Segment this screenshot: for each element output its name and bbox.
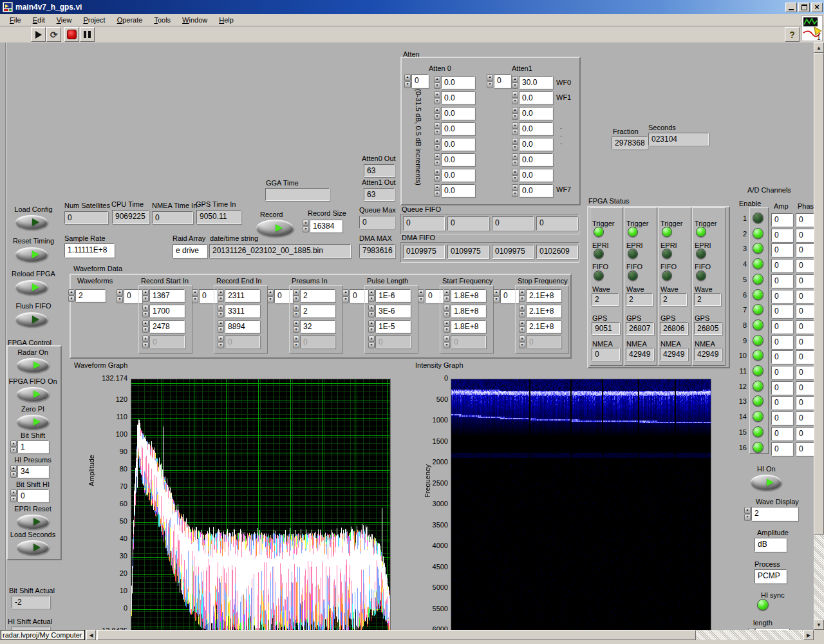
increment-icon[interactable]: ▲ [368,320,375,327]
atten0-value[interactable]: ▲▼0.0 [434,184,475,197]
increment-icon[interactable]: ▲ [293,320,299,327]
button-reset-timing[interactable] [15,247,48,261]
menu-edit[interactable]: Edit [27,15,51,25]
enable-led[interactable] [753,319,763,330]
increment-icon[interactable]: ▲ [512,122,518,129]
minimize-button[interactable] [785,3,797,12]
enable-led[interactable] [753,442,763,453]
increment-icon[interactable]: ▲ [10,465,17,471]
wfd-value-value[interactable]: 0 [149,336,185,348]
decrement-icon[interactable]: ▼ [512,129,518,135]
button-epri-reset[interactable] [17,515,49,529]
increment-icon[interactable]: ▲ [512,107,518,113]
increment-icon[interactable]: ▲ [434,138,440,144]
wfd-value[interactable]: ▲▼32 [293,320,335,333]
decrement-icon[interactable]: ▼ [142,296,149,302]
atten1-value-value[interactable]: 0.0 [519,138,553,151]
increment-icon[interactable]: ▲ [434,122,440,129]
vertical-scrollbar[interactable]: ▲ ▼ [814,43,824,630]
atten0-value[interactable]: ▲▼0.0 [434,91,475,104]
atten1-value[interactable]: ▲▼0.0 [512,91,553,104]
decrement-icon[interactable]: ▼ [218,327,224,333]
decrement-icon[interactable]: ▼ [293,342,299,348]
phase-input[interactable]: 0 [796,274,814,288]
decrement-icon[interactable]: ▼ [218,342,224,348]
increment-icon[interactable]: ▲ [267,289,274,296]
phase-input[interactable]: 0 [796,427,814,440]
amp-input[interactable]: 0 [771,274,793,288]
wfd-value[interactable]: ▲▼1.8E+8 [444,305,486,317]
decrement-icon[interactable]: ▼ [512,191,518,197]
atten0-index-value[interactable]: 0 [411,74,429,88]
decrement-icon[interactable]: ▼ [519,296,525,302]
atten1-value-value[interactable]: 0.0 [519,184,553,197]
increment-icon[interactable]: ▲ [404,74,411,81]
increment-icon[interactable]: ▲ [434,169,440,175]
decrement-icon[interactable]: ▼ [142,327,149,333]
increment-icon[interactable]: ▲ [512,138,518,144]
decrement-icon[interactable]: ▼ [418,296,424,303]
increment-icon[interactable]: ▲ [418,289,424,296]
wfd-value[interactable]: ▲▼0 [519,336,561,348]
atten1-value[interactable]: ▲▼0.0 [512,153,553,166]
decrement-icon[interactable]: ▼ [142,342,149,348]
wfd-value[interactable]: ▲▼3311 [218,305,260,317]
decrement-icon[interactable]: ▼ [293,296,299,302]
amp-input[interactable]: 0 [771,366,793,379]
decrement-icon[interactable]: ▼ [434,129,440,135]
abort-button[interactable] [64,27,79,42]
increment-icon[interactable]: ▲ [293,289,299,296]
wfd-value-value[interactable]: 3311 [225,305,260,317]
increment-icon[interactable]: ▲ [368,336,375,342]
increment-icon[interactable]: ▲ [342,289,349,296]
decrement-icon[interactable]: ▼ [368,311,375,317]
decrement-icon[interactable]: ▼ [342,296,349,303]
decrement-icon[interactable]: ▼ [744,514,751,521]
increment-icon[interactable]: ▲ [142,305,149,311]
increment-icon[interactable]: ▲ [512,169,518,175]
atten1-value-value[interactable]: 0.0 [519,153,553,166]
restore-button[interactable] [798,3,810,12]
decrement-icon[interactable]: ▼ [444,296,450,302]
horizontal-scroll-thumb[interactable] [97,630,696,640]
wfd-value[interactable]: ▲▼2.1E+8 [519,289,561,302]
wfd-value-value[interactable]: 2.1E+8 [526,305,561,317]
menu-operate[interactable]: Operate [111,15,149,25]
input-bit-shift-value[interactable]: 1 [17,440,49,453]
increment-icon[interactable]: ▲ [293,305,299,311]
phase-input[interactable]: 0 [796,412,814,425]
run-button[interactable] [31,27,46,42]
enable-led[interactable] [753,258,763,269]
wfd-value-value[interactable]: 2311 [225,289,260,302]
record-size-input-value[interactable]: 16384 [310,220,342,232]
decrement-icon[interactable]: ▼ [68,296,75,302]
wave-display-input[interactable]: ▲▼2 [744,507,798,521]
wfd-value-value[interactable]: 32 [300,320,335,333]
atten0-value-value[interactable]: 0.0 [441,91,475,104]
decrement-icon[interactable]: ▼ [434,82,440,89]
run-continuous-button[interactable]: ⟳ [46,27,61,42]
input-hi-presums[interactable]: ▲▼34 [10,465,49,478]
increment-icon[interactable]: ▲ [368,305,375,311]
wfd-value-value[interactable]: 1E-6 [375,289,411,302]
menu-window[interactable]: Window [176,15,213,25]
increment-icon[interactable]: ▲ [744,507,751,514]
record-size-input[interactable]: ▲▼16384 [303,220,342,232]
decrement-icon[interactable]: ▼ [434,175,440,182]
decrement-icon[interactable]: ▼ [512,160,518,166]
wfd-value[interactable]: ▲▼8894 [218,320,260,333]
increment-icon[interactable]: ▲ [434,91,440,98]
wfd-value-value[interactable]: 2 [300,289,335,302]
decrement-icon[interactable]: ▼ [444,342,450,348]
increment-icon[interactable]: ▲ [10,440,17,447]
atten1-value[interactable]: ▲▼0.0 [512,138,553,151]
atten1-value-value[interactable]: 30.0 [519,76,553,89]
enable-led[interactable] [753,365,763,376]
atten0-value-value[interactable]: 0.0 [441,107,475,120]
decrement-icon[interactable]: ▼ [368,327,375,333]
increment-icon[interactable]: ▲ [218,305,224,311]
wfd-value-value[interactable]: 3E-6 [375,305,411,317]
increment-icon[interactable]: ▲ [434,107,440,113]
increment-icon[interactable]: ▲ [142,320,149,327]
amp-input[interactable]: 0 [771,350,793,364]
